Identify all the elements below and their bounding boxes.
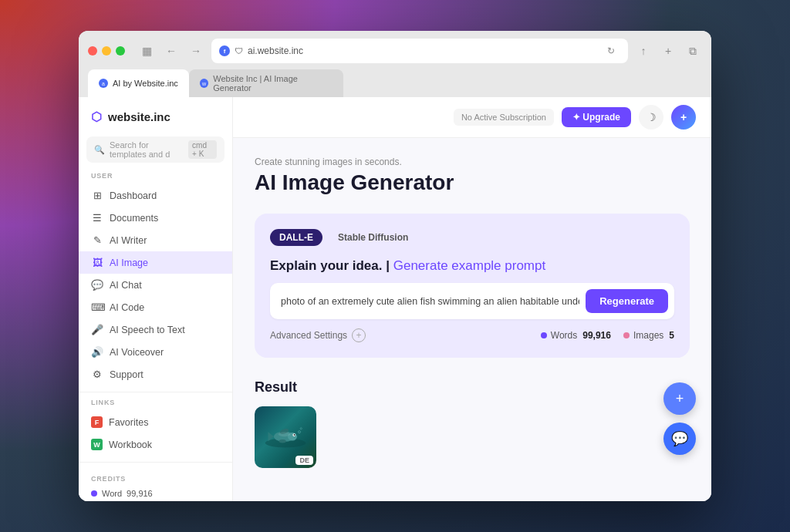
sidebar-item-ai-speech[interactable]: 🎤 AI Speech to Text	[79, 318, 232, 341]
sidebar-item-ai-writer[interactable]: ✎ AI Writer	[79, 229, 232, 251]
tab-label-inactive: Website Inc | AI Image Generator	[213, 74, 333, 93]
sidebar-item-ai-image-label: AI Image	[110, 258, 148, 268]
advanced-settings-button[interactable]: Advanced Settings +	[270, 328, 366, 342]
sidebar-search[interactable]: 🔍 Search for templates and d cmd + K	[86, 136, 225, 163]
sidebar-divider-2	[79, 462, 232, 463]
sidebar-item-ai-speech-label: AI Speech to Text	[110, 325, 185, 335]
search-placeholder-text: Search for templates and d	[110, 140, 184, 159]
sidebar-item-dashboard[interactable]: ⊞ Dashboard	[79, 184, 232, 207]
sidebar-item-ai-voiceover-label: AI Voiceover	[110, 347, 164, 358]
generate-example-link[interactable]: Generate example prompt	[393, 258, 546, 273]
links-section-label: LINKS	[79, 399, 232, 411]
result-title: Result	[255, 379, 690, 396]
fab-plus-button[interactable]: +	[663, 382, 696, 415]
favorites-icon: F	[91, 416, 103, 428]
credits-section: CREDITS Word 99,916 Image 5	[79, 469, 232, 501]
sidebar-divider	[79, 392, 232, 392]
share-button[interactable]: ↑	[634, 42, 653, 60]
page-subtitle: Create stunning images in seconds.	[255, 157, 690, 167]
image-badge: DE	[295, 456, 313, 465]
shield-icon: 🛡	[235, 46, 243, 56]
svg-point-7	[279, 439, 286, 443]
images-stat-value: 5	[669, 330, 674, 341]
ai-writer-icon: ✎	[91, 234, 103, 246]
avatar-button[interactable]: +	[671, 105, 696, 130]
prompt-label: Explain your idea. | Generate example pr…	[270, 258, 674, 274]
logo-area: ⬡ website.inc	[79, 109, 232, 136]
user-section-label: USER	[79, 172, 232, 184]
browser-tab-active[interactable]: a AI by Website.inc	[88, 69, 189, 97]
search-shortcut-badge: cmd + K	[188, 140, 217, 159]
logo-icon: ⬡	[91, 109, 102, 124]
logo-text: website.inc	[108, 110, 170, 123]
address-bar[interactable]: f 🛡 ai.website.inc ↻	[211, 39, 628, 63]
svg-point-10	[279, 432, 290, 436]
upgrade-button[interactable]: ✦ Upgrade	[562, 107, 631, 127]
result-grid: DE	[255, 406, 690, 468]
tab-label-active: AI by Website.inc	[113, 79, 178, 88]
forward-button[interactable]: →	[187, 42, 205, 60]
sidebar-item-ai-voiceover[interactable]: 🔊 AI Voiceover	[79, 341, 232, 363]
sidebar-toggle-icon[interactable]: ▦	[137, 42, 156, 60]
tab-favicon-active: a	[99, 79, 108, 88]
ai-image-icon: 🖼	[91, 257, 103, 268]
documents-icon: ☰	[91, 212, 103, 224]
url-text: ai.website.inc	[248, 45, 303, 56]
minimize-button[interactable]	[102, 46, 111, 56]
result-section: Result	[255, 379, 690, 468]
prompt-input[interactable]	[281, 296, 579, 307]
close-button[interactable]	[88, 46, 97, 56]
traffic-lights	[88, 46, 125, 56]
sidebar-item-documents[interactable]: ☰ Documents	[79, 207, 232, 229]
words-stat-value: 99,916	[582, 330, 611, 341]
page-title: AI Image Generator	[255, 170, 690, 195]
ai-speech-icon: 🎤	[91, 324, 103, 335]
maximize-button[interactable]	[116, 46, 125, 56]
sidebar-item-documents-label: Documents	[110, 213, 158, 224]
word-credit-value: 99,916	[127, 489, 153, 498]
svg-point-8	[299, 431, 301, 433]
sidebar-item-ai-code[interactable]: ⌨ AI Code	[79, 296, 232, 318]
avatar-icon: +	[680, 111, 687, 123]
main-content: Create stunning images in seconds. AI Im…	[233, 138, 711, 501]
sidebar-item-support[interactable]: ⚙ Support	[79, 363, 232, 386]
regenerate-button[interactable]: Regenerate	[586, 289, 668, 313]
browser-tabs: a AI by Website.inc w Website Inc | AI I…	[88, 69, 702, 97]
sidebar-item-favorites[interactable]: F Favorites	[79, 411, 232, 433]
fab-container: + 💬	[663, 382, 696, 455]
advanced-settings-plus-icon: +	[352, 328, 366, 342]
fab-chat-button[interactable]: 💬	[663, 423, 696, 455]
words-stat-label: Words	[551, 330, 577, 341]
sidebar-item-workbook[interactable]: W Workbook	[79, 433, 232, 456]
sidebar-item-favorites-label: Favorites	[109, 417, 148, 428]
generator-card: DALL-E Stable Diffusion Explain your ide…	[255, 214, 690, 358]
images-stat-label: Images	[633, 330, 663, 341]
word-credit-item: Word 99,916	[91, 489, 220, 498]
prompt-input-area: Regenerate	[270, 283, 674, 319]
result-image-card[interactable]: DE	[255, 406, 316, 468]
dalle-tab[interactable]: DALL-E	[270, 229, 322, 246]
sidebar-item-ai-image[interactable]: 🖼 AI Image	[79, 251, 232, 274]
sidebar-item-ai-code-label: AI Code	[110, 302, 144, 313]
sidebar: ⬡ website.inc 🔍 Search for templates and…	[79, 97, 233, 501]
sidebar-item-ai-chat[interactable]: 💬 AI Chat	[79, 274, 232, 296]
sidebar-item-ai-chat-label: AI Chat	[110, 280, 142, 291]
browser-tab-inactive[interactable]: w Website Inc | AI Image Generator	[189, 69, 343, 97]
stable-diffusion-tab[interactable]: Stable Diffusion	[329, 229, 417, 246]
word-credit-dot	[91, 490, 97, 497]
dark-mode-button[interactable]: ☽	[639, 105, 663, 130]
new-tab-button[interactable]: +	[659, 42, 677, 60]
back-button[interactable]: ←	[162, 42, 181, 60]
top-nav: No Active Subscription ✦ Upgrade ☽ +	[233, 97, 711, 138]
advanced-settings-label: Advanced Settings	[270, 330, 347, 341]
words-stat: Words 99,916	[541, 330, 611, 341]
extensions-button[interactable]: ⧉	[684, 42, 702, 60]
fab-chat-icon: 💬	[671, 430, 688, 447]
refresh-button[interactable]: ↻	[602, 42, 620, 60]
sidebar-item-support-label: Support	[110, 369, 143, 380]
search-icon: 🔍	[94, 145, 105, 155]
word-credit-label: Word	[102, 489, 122, 498]
fish-image-svg	[262, 422, 309, 453]
svg-point-9	[300, 428, 302, 429]
images-stat-dot	[623, 332, 630, 338]
